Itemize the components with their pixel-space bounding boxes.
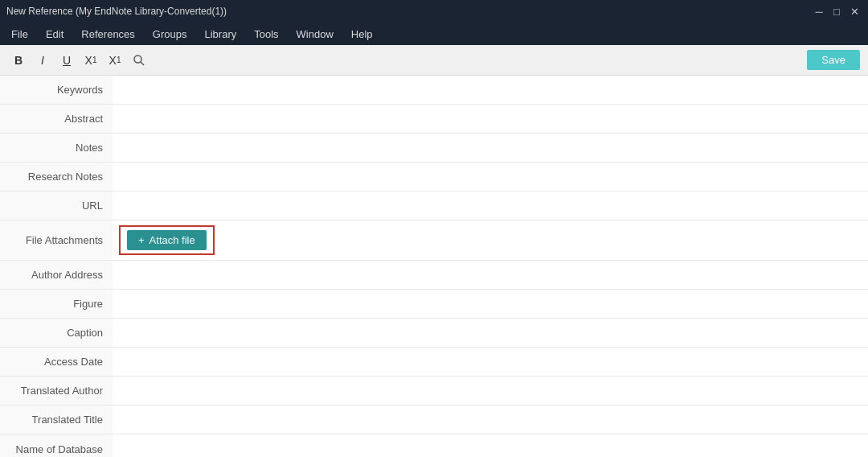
figure-label: Figure xyxy=(0,290,113,318)
name-of-database-row: Name of Database xyxy=(0,434,868,457)
file-attachments-label: File Attachments xyxy=(0,220,113,260)
window-title: New Reference (My EndNote Library-Conver… xyxy=(6,6,227,17)
toolbar: B I U X1 X1 Save xyxy=(0,45,868,76)
menu-references[interactable]: References xyxy=(73,26,142,43)
formatting-tools: B I U X1 X1 xyxy=(8,50,149,71)
url-label: URL xyxy=(0,191,113,220)
notes-label: Notes xyxy=(0,134,113,162)
abstract-row: Abstract xyxy=(0,105,868,134)
close-button[interactable]: ✕ xyxy=(847,4,862,19)
url-row: URL xyxy=(0,191,868,220)
subscript-button[interactable]: X1 xyxy=(104,50,125,71)
search-button[interactable] xyxy=(129,50,149,71)
menu-help[interactable]: Help xyxy=(343,26,381,43)
caption-row: Caption xyxy=(0,319,868,348)
caption-input[interactable] xyxy=(113,319,868,347)
menu-file[interactable]: File xyxy=(3,26,36,43)
search-icon xyxy=(133,54,145,67)
menu-tools[interactable]: Tools xyxy=(246,26,286,43)
superscript-button[interactable]: X1 xyxy=(80,50,101,71)
notes-row: Notes xyxy=(0,134,868,163)
title-bar: New Reference (My EndNote Library-Conver… xyxy=(0,0,868,23)
research-notes-row: Research Notes xyxy=(0,163,868,191)
attach-file-label: Attach file xyxy=(149,234,195,246)
access-date-label: Access Date xyxy=(0,348,113,376)
window-controls: ─ □ ✕ xyxy=(812,4,862,19)
bold-button[interactable]: B xyxy=(8,50,29,71)
menu-library[interactable]: Library xyxy=(196,26,244,43)
attach-file-button[interactable]: + Attach file xyxy=(127,230,207,250)
author-address-label: Author Address xyxy=(0,261,113,289)
name-of-database-label: Name of Database xyxy=(0,434,113,457)
research-notes-input[interactable] xyxy=(113,163,868,191)
keywords-row: Keywords xyxy=(0,76,868,105)
svg-line-1 xyxy=(141,62,144,65)
figure-row: Figure xyxy=(0,290,868,319)
access-date-input[interactable] xyxy=(113,348,868,376)
attach-file-icon: + xyxy=(138,234,145,246)
translated-author-label: Translated Author xyxy=(0,377,113,405)
translated-author-row: Translated Author xyxy=(0,377,868,406)
file-attachments-row: File Attachments + Attach file xyxy=(0,220,868,261)
menu-bar: File Edit References Groups Library Tool… xyxy=(0,23,868,45)
abstract-label: Abstract xyxy=(0,105,113,133)
file-attachments-wrapper: + Attach file xyxy=(119,225,215,255)
underline-button[interactable]: U xyxy=(56,50,77,71)
research-notes-label: Research Notes xyxy=(0,163,113,191)
keywords-label: Keywords xyxy=(0,76,113,104)
menu-window[interactable]: Window xyxy=(289,26,342,43)
minimize-button[interactable]: ─ xyxy=(812,4,826,19)
form-content: Keywords Abstract Notes Research Notes U… xyxy=(0,76,868,457)
notes-input[interactable] xyxy=(113,134,868,162)
translated-title-label: Translated Title xyxy=(0,406,113,434)
keywords-input[interactable] xyxy=(113,76,868,104)
url-input[interactable] xyxy=(113,191,868,220)
save-button[interactable]: Save xyxy=(807,50,860,70)
translated-author-input[interactable] xyxy=(113,377,868,405)
file-attachments-content: + Attach file xyxy=(113,220,868,260)
abstract-input[interactable] xyxy=(113,105,868,133)
figure-input[interactable] xyxy=(113,290,868,318)
author-address-input[interactable] xyxy=(113,261,868,289)
caption-label: Caption xyxy=(0,319,113,347)
access-date-row: Access Date xyxy=(0,348,868,377)
svg-point-0 xyxy=(134,56,141,63)
author-address-row: Author Address xyxy=(0,261,868,290)
italic-button[interactable]: I xyxy=(32,50,53,71)
translated-title-input[interactable] xyxy=(113,406,868,434)
maximize-button[interactable]: □ xyxy=(829,4,844,19)
name-of-database-input[interactable] xyxy=(113,434,868,457)
menu-edit[interactable]: Edit xyxy=(38,26,72,43)
menu-groups[interactable]: Groups xyxy=(145,26,195,43)
translated-title-row: Translated Title xyxy=(0,406,868,434)
